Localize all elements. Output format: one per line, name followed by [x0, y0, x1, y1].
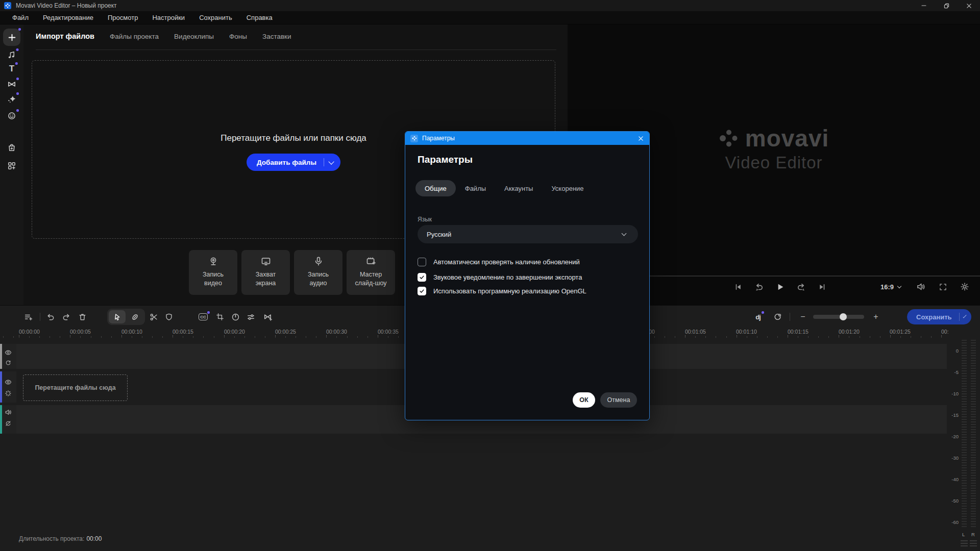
- timeline-zoom-slider[interactable]: [813, 315, 864, 319]
- minimize-button[interactable]: [913, 0, 935, 11]
- add-files-button[interactable]: Добавить файлы: [247, 154, 340, 171]
- close-button[interactable]: [958, 0, 980, 11]
- dialog-app-icon: [410, 135, 418, 142]
- tab-video-clips[interactable]: Видеоклипы: [174, 33, 214, 40]
- menu-save[interactable]: Сохранить: [192, 11, 239, 24]
- record-video-button[interactable]: Запись видео: [189, 250, 237, 295]
- dialog-tab-general[interactable]: Общие: [415, 180, 456, 196]
- menu-help[interactable]: Справка: [239, 11, 280, 24]
- checkbox-icon[interactable]: [418, 287, 426, 295]
- marker-button[interactable]: [162, 310, 176, 323]
- delete-button[interactable]: [76, 310, 89, 323]
- ruler-label: 00:00:30: [326, 329, 347, 335]
- divider: [40, 313, 40, 321]
- screen-capture-button[interactable]: Захват экрана: [241, 250, 290, 295]
- ok-button[interactable]: ОК: [573, 392, 595, 408]
- eye-icon[interactable]: [5, 379, 12, 386]
- dialog-tab-acceleration[interactable]: Ускорение: [542, 180, 593, 196]
- language-value: Русский: [427, 231, 451, 238]
- clip-speed-button[interactable]: [229, 310, 242, 323]
- aspect-ratio-select[interactable]: 16:9: [880, 283, 905, 291]
- skip-to-start-button[interactable]: [732, 281, 744, 293]
- settings-dialog: Параметры Параметры Общие Файлы Аккаунты…: [405, 131, 650, 420]
- checkbox-icon[interactable]: [418, 258, 426, 266]
- tool-switcher: [107, 309, 145, 325]
- cut-button[interactable]: [147, 310, 160, 323]
- dialog-titlebar[interactable]: Параметры: [405, 132, 649, 145]
- meter-footer: [970, 540, 977, 546]
- slideshow-wizard-button[interactable]: Мастер слайд-шоу: [347, 250, 395, 295]
- track-dropzone[interactable]: Перетащите файлы сюда: [23, 374, 128, 401]
- zoom-in-button[interactable]: +: [869, 310, 883, 323]
- subtitles-button[interactable]: CC: [197, 310, 210, 323]
- checkbox-auto-updates[interactable]: Автоматически проверять наличие обновлен…: [418, 258, 580, 266]
- menu-settings[interactable]: Настройки: [145, 11, 192, 24]
- chevron-down-icon[interactable]: [328, 159, 334, 164]
- redo-button[interactable]: [59, 310, 72, 323]
- language-select[interactable]: Русский: [418, 225, 638, 243]
- sidebar-item-store[interactable]: [7, 143, 16, 152]
- dialog-close-button[interactable]: [638, 135, 644, 142]
- tab-backgrounds[interactable]: Фоны: [229, 33, 247, 40]
- play-button[interactable]: [774, 281, 786, 293]
- checkbox-software-opengl[interactable]: Использовать программную реализацию Open…: [418, 287, 586, 295]
- color-adjustments-button[interactable]: [244, 310, 257, 323]
- record-audio-button[interactable]: Запись аудио: [294, 250, 342, 295]
- checkbox-label: Автоматически проверять наличие обновлен…: [433, 258, 580, 266]
- ruler-label: 00:00:35: [378, 329, 399, 335]
- checkbox-export-sound[interactable]: Звуковое уведомление по завершении экспо…: [418, 273, 582, 282]
- checkbox-icon[interactable]: [418, 273, 426, 282]
- cancel-button[interactable]: Отмена: [600, 392, 637, 408]
- volume-button[interactable]: [915, 281, 927, 293]
- undo-button[interactable]: [44, 310, 57, 323]
- audio-level-meter: 0 -5 -10 -15 -20 -30 -40 -50 -60 L R: [948, 329, 980, 551]
- link-tool-button[interactable]: [127, 310, 143, 323]
- snap-burst-icon[interactable]: [5, 390, 12, 397]
- track-color-strip: [0, 344, 2, 369]
- audio-edit-button[interactable]: dj: [751, 310, 765, 323]
- channel-label: R: [971, 532, 975, 537]
- dialog-tab-accounts[interactable]: Аккаунты: [495, 180, 542, 196]
- tab-project-files[interactable]: Файлы проекта: [110, 33, 159, 40]
- menu-bar: Файл Редактирование Просмотр Настройки С…: [0, 11, 980, 24]
- zoom-out-button[interactable]: −: [796, 310, 810, 323]
- ruler-label: 00:00:20: [224, 329, 245, 335]
- add-track-button[interactable]: [21, 310, 35, 323]
- tab-intros[interactable]: Заставки: [262, 33, 291, 40]
- sidebar-item-music[interactable]: [8, 51, 16, 59]
- db-label: -20: [951, 434, 959, 439]
- tab-import-files[interactable]: Импорт файлов: [36, 32, 94, 40]
- menu-edit[interactable]: Редактирование: [36, 11, 101, 24]
- preview-settings-button[interactable]: [959, 281, 971, 293]
- add-files-label: Добавить файлы: [257, 159, 316, 166]
- zoom-slider-knob[interactable]: [840, 313, 847, 320]
- dialog-tab-files[interactable]: Файлы: [456, 180, 495, 196]
- sidebar-item-titles[interactable]: T: [9, 64, 14, 74]
- select-tool-button[interactable]: [109, 310, 126, 323]
- speaker-icon[interactable]: [5, 409, 12, 416]
- sidebar-item-import[interactable]: [3, 29, 20, 46]
- sidebar-item-more-tools[interactable]: [7, 161, 16, 170]
- sidebar-item-transitions[interactable]: [7, 80, 16, 89]
- eye-icon[interactable]: [5, 349, 12, 356]
- skip-to-end-button[interactable]: [816, 281, 828, 293]
- sidebar-item-effects[interactable]: [7, 94, 16, 104]
- link-off-icon[interactable]: [5, 420, 12, 427]
- fullscreen-button[interactable]: [937, 281, 949, 293]
- step-forward-button[interactable]: [795, 281, 807, 293]
- language-label: Язык: [418, 216, 432, 223]
- chevron-down-icon: [897, 284, 901, 288]
- ruler-label: 00:00:10: [121, 329, 142, 335]
- menu-file[interactable]: Файл: [5, 11, 36, 24]
- menu-view[interactable]: Просмотр: [101, 11, 145, 24]
- link-icon[interactable]: [5, 360, 12, 366]
- chevron-down-icon[interactable]: [963, 314, 966, 318]
- export-save-button[interactable]: Сохранить: [907, 309, 971, 324]
- add-transition-button[interactable]: [261, 310, 275, 323]
- crop-button[interactable]: [213, 310, 227, 323]
- sidebar-item-stickers[interactable]: [7, 111, 16, 120]
- noise-removal-button[interactable]: [771, 310, 784, 323]
- track-color-strip: [0, 371, 2, 403]
- restore-button[interactable]: [935, 0, 958, 11]
- step-back-button[interactable]: [753, 281, 765, 293]
